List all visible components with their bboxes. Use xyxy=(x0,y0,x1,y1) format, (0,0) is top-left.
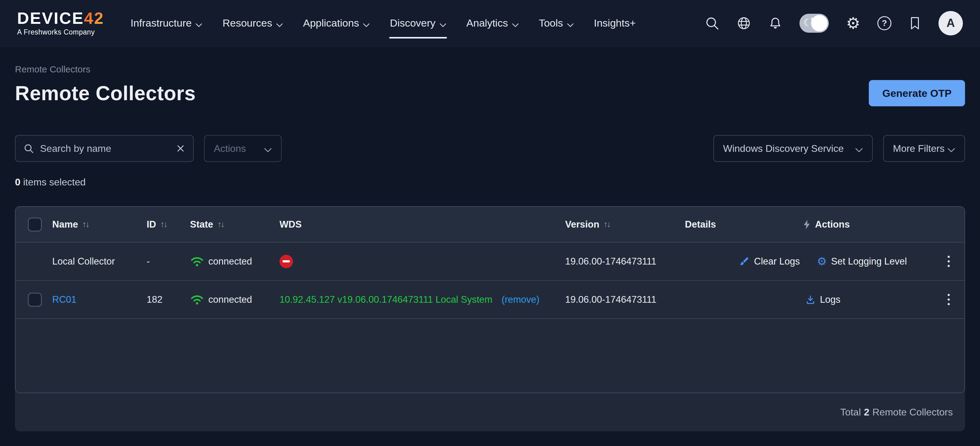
chevron-down-icon xyxy=(196,18,202,30)
page-content: Remote Collectors Remote Collectors Gene… xyxy=(0,64,980,431)
column-header-actions: Actions xyxy=(803,219,850,230)
top-navigation-bar: DEVICE42 A Freshworks Company Infrastruc… xyxy=(0,0,980,46)
collector-id: 182 xyxy=(146,294,162,305)
generate-otp-button[interactable]: Generate OTP xyxy=(869,80,965,106)
chevron-down-icon xyxy=(264,143,272,155)
column-header-name[interactable]: Name ↑↓ xyxy=(52,219,146,230)
globe-icon[interactable] xyxy=(737,16,751,30)
remote-collectors-table: Name ↑↓ ID ↑↓ State ↑↓ WDS Version ↑↓ xyxy=(15,206,965,431)
selected-summary: 0 items selected xyxy=(15,176,965,188)
nav-item-tools[interactable]: Tools xyxy=(539,0,574,46)
nav-item-discovery[interactable]: Discovery xyxy=(390,0,446,46)
version-text: 19.06.00-1746473111 xyxy=(565,294,657,305)
nav-item-infrastructure[interactable]: Infrastructure xyxy=(130,0,202,46)
logo-42: 42 xyxy=(84,9,104,27)
table-row: Local Collector - connected 19.06.00-174… xyxy=(16,242,964,280)
row-menu-kebab-icon[interactable] xyxy=(933,256,964,267)
set-logging-level-button[interactable]: ⚙ Set Logging Level xyxy=(817,256,907,267)
column-header-details-actions: Details Actions xyxy=(685,219,933,230)
wifi-connected-icon xyxy=(190,293,204,306)
wds-remove-link[interactable]: (remove) xyxy=(502,294,539,305)
sort-icon[interactable]: ↑↓ xyxy=(218,220,224,229)
column-header-wds: WDS xyxy=(280,219,565,230)
chevron-down-icon xyxy=(363,18,370,30)
table-row: RC01 182 connected 10.92.45.127 v19.06.0… xyxy=(16,280,964,318)
nav-utility-icons: ☾ ✦ ⚙ ? A xyxy=(705,11,963,35)
help-icon[interactable]: ? xyxy=(877,16,891,30)
chevron-down-icon xyxy=(440,18,446,30)
table-empty-area xyxy=(16,318,964,393)
nav-item-applications[interactable]: Applications xyxy=(303,0,370,46)
theme-toggle[interactable]: ☾ ✦ xyxy=(799,14,829,33)
table-header-row: Name ↑↓ ID ↑↓ State ↑↓ WDS Version ↑↓ xyxy=(16,207,964,242)
logs-download-button[interactable]: Logs xyxy=(805,294,840,305)
search-icon[interactable] xyxy=(705,16,719,30)
version-text: 19.06.00-1746473111 xyxy=(565,256,657,267)
search-icon xyxy=(24,143,34,154)
state-text: connected xyxy=(208,256,252,267)
toolbar: Actions Windows Discovery Service More F… xyxy=(15,135,965,162)
table-footer: Total 2 Remote Collectors xyxy=(15,393,965,431)
wds-service-text: 10.92.45.127 v19.06.00.1746473111 Local … xyxy=(280,294,492,305)
download-icon xyxy=(805,295,816,305)
chevron-down-icon xyxy=(512,18,519,30)
chevron-down-icon xyxy=(855,143,863,155)
clear-logs-button[interactable]: Clear Logs xyxy=(739,256,800,267)
sort-icon[interactable]: ↑↓ xyxy=(161,220,167,229)
bookmark-icon[interactable] xyxy=(908,16,921,30)
nav-item-analytics[interactable]: Analytics xyxy=(466,0,519,46)
column-header-version[interactable]: Version ↑↓ xyxy=(565,219,685,230)
brush-icon xyxy=(739,256,750,267)
search-input[interactable] xyxy=(40,143,170,154)
collector-id: - xyxy=(146,256,150,267)
wifi-connected-icon xyxy=(190,255,204,268)
page-title: Remote Collectors xyxy=(15,81,196,105)
user-avatar[interactable]: A xyxy=(939,11,963,35)
actions-dropdown[interactable]: Actions xyxy=(204,135,282,162)
column-header-id[interactable]: ID ↑↓ xyxy=(146,219,190,230)
chevron-down-icon xyxy=(567,18,574,30)
sort-icon[interactable]: ↑↓ xyxy=(604,220,610,229)
select-all-checkbox[interactable] xyxy=(28,218,42,231)
breadcrumb[interactable]: Remote Collectors xyxy=(15,64,965,75)
lightning-icon xyxy=(803,219,811,230)
column-header-details: Details xyxy=(685,219,799,230)
logo-tagline: A Freshworks Company xyxy=(17,28,104,37)
wds-filter-dropdown[interactable]: Windows Discovery Service xyxy=(713,135,873,162)
gear-icon: ⚙ xyxy=(817,256,827,267)
state-text: connected xyxy=(208,294,252,305)
table-card: Name ↑↓ ID ↑↓ State ↑↓ WDS Version ↑↓ xyxy=(15,206,965,393)
title-row: Remote Collectors Generate OTP xyxy=(15,80,965,107)
collector-name: Local Collector xyxy=(52,256,115,267)
chevron-down-icon xyxy=(947,143,955,155)
device42-logo[interactable]: DEVICE42 A Freshworks Company xyxy=(17,10,104,37)
toggle-knob xyxy=(811,15,827,32)
search-box[interactable] xyxy=(15,135,194,162)
selected-count: 0 xyxy=(15,177,21,188)
notifications-bell-icon[interactable] xyxy=(768,16,782,30)
chevron-down-icon xyxy=(276,18,283,30)
nav-item-insights[interactable]: Insights+ xyxy=(594,0,636,46)
logo-text: DEVICE42 xyxy=(17,10,104,26)
row-checkbox[interactable] xyxy=(28,293,42,307)
settings-gear-icon[interactable]: ⚙ xyxy=(846,15,860,31)
row-menu-kebab-icon[interactable] xyxy=(933,294,964,305)
main-menu: Infrastructure Resources Applications Di… xyxy=(130,0,636,46)
wds-blocked-icon xyxy=(280,255,293,268)
nav-item-resources[interactable]: Resources xyxy=(223,0,283,46)
total-count: 2 xyxy=(864,406,869,418)
more-filters-dropdown[interactable]: More Filters xyxy=(883,135,965,162)
column-header-state[interactable]: State ↑↓ xyxy=(190,219,280,230)
sort-icon[interactable]: ↑↓ xyxy=(82,220,89,229)
toolbar-filters: Windows Discovery Service More Filters xyxy=(713,135,965,162)
collector-name-link[interactable]: RC01 xyxy=(52,294,76,305)
clear-search-icon[interactable] xyxy=(176,144,185,153)
